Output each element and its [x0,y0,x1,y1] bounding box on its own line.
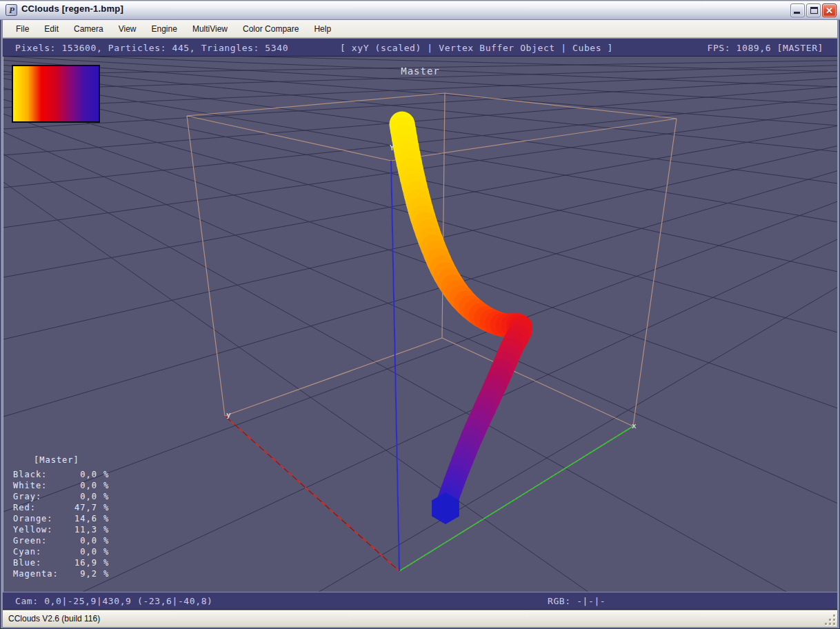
menu-item-color-compare[interactable]: Color Compare [235,21,306,37]
viewport-title: Master [3,66,837,77]
floor-grid [3,57,837,592]
stats-row: White:0,0% [13,480,109,491]
stats-value: 0,0 [72,546,97,557]
stats-value: 11,3 [72,524,97,535]
viewport-3d[interactable]: Yyx Master [Master]Black:0,0%White:0,0%G… [3,57,837,592]
stats-label: Yellow: [13,524,72,535]
titlebar[interactable]: P CClouds [regen-1.bmp] ✕ [0,0,840,20]
stats-value: 47,7 [72,502,97,513]
render-stats-text: Pixels: 153600, Particles: 445, Triangle… [15,42,288,52]
stats-row: Green:0,0% [13,535,109,546]
maximize-icon [810,7,818,14]
stats-row: Orange:14,6% [13,513,109,524]
menu-item-file[interactable]: File [8,21,37,37]
stats-header: [Master] [13,455,109,466]
minimize-icon [794,12,800,14]
app-window: P CClouds [regen-1.bmp] ✕ FileEditCamera… [0,0,840,629]
stats-row: Black:0,0% [13,469,109,480]
app-status-bar: CClouds V2.6 (build 116) [3,610,837,627]
stats-row: Blue:16,9% [13,557,109,568]
stats-label: Magenta: [13,568,72,579]
stats-unit: % [97,546,109,557]
close-button[interactable]: ✕ [822,3,837,17]
minimize-button[interactable] [790,3,805,17]
stats-unit: % [97,513,109,524]
stats-label: Black: [13,469,72,480]
menu-item-multiview[interactable]: MultiView [185,21,235,37]
stats-value: 0,0 [72,469,97,480]
version-text: CClouds V2.6 (build 116) [8,614,100,623]
axis-label-y: y [226,410,231,419]
stats-unit: % [97,524,109,535]
stats-row: Red:47,7% [13,502,109,513]
render-stats-bar: Pixels: 153600, Particles: 445, Triangle… [3,38,837,57]
stats-value: 14,6 [72,513,97,524]
camera-status-bar: Cam: 0,0|-25,9|430,9 (-23,6|-40,8) RGB: … [3,592,837,610]
menu-item-edit[interactable]: Edit [37,21,66,37]
svg-text:P: P [9,5,15,15]
menu-bar: FileEditCameraViewEngineMultiViewColor C… [3,20,837,38]
close-icon: ✕ [823,5,836,17]
camera-coords-text: Cam: 0,0|-25,9|430,9 (-23,6|-40,8) [15,596,213,606]
stats-unit: % [97,502,109,513]
stats-unit: % [97,568,109,579]
stats-value: 0,0 [72,480,97,491]
axis-labels: Yyx [226,143,637,430]
maximize-button[interactable] [806,3,821,17]
stats-label: Gray: [13,491,72,502]
fps-text: FPS: 1089,6 [MASTER] [707,42,823,52]
window-title: CClouds [regen-1.bmp] [21,3,123,14]
stats-unit: % [97,535,109,546]
axis-label-Y: Y [390,143,394,152]
stats-value: 0,0 [72,535,97,546]
stats-label: White: [13,480,72,491]
rgb-picker-text: RGB: -|-|- [548,596,606,606]
stats-label: Orange: [13,513,72,524]
stats-value: 9,2 [72,568,97,579]
menu-item-engine[interactable]: Engine [144,21,185,37]
stats-value: 0,0 [72,491,97,502]
stats-label: Blue: [13,557,72,568]
stats-unit: % [97,557,109,568]
stats-unit: % [97,480,109,491]
color-stats-panel: [Master]Black:0,0%White:0,0%Gray:0,0%Red… [13,455,109,579]
color-curve [402,124,521,524]
grip-dots [833,623,835,625]
stats-row: Yellow:11,3% [13,524,109,535]
stats-row: Magenta:9,2% [13,568,109,579]
stats-value: 16,9 [72,557,97,568]
stats-row: Gray:0,0% [13,491,109,502]
stats-row: Cyan:0,0% [13,546,109,557]
stats-unit: % [97,469,109,480]
stats-label: Cyan: [13,546,72,557]
wireframe-cube [187,93,677,571]
scene-canvas[interactable]: Yyx [3,57,837,592]
axis-label-x: x [632,421,637,430]
resize-grip[interactable] [825,615,836,626]
stats-label: Red: [13,502,72,513]
render-mode-text: [ xyY (scaled) | Vertex Buffer Object | … [340,42,613,52]
app-logo-icon: P [6,4,17,16]
stats-label: Green: [13,535,72,546]
menu-item-view[interactable]: View [111,21,144,37]
stats-unit: % [97,491,109,502]
menu-item-camera[interactable]: Camera [66,21,111,37]
menu-item-help[interactable]: Help [306,21,339,37]
